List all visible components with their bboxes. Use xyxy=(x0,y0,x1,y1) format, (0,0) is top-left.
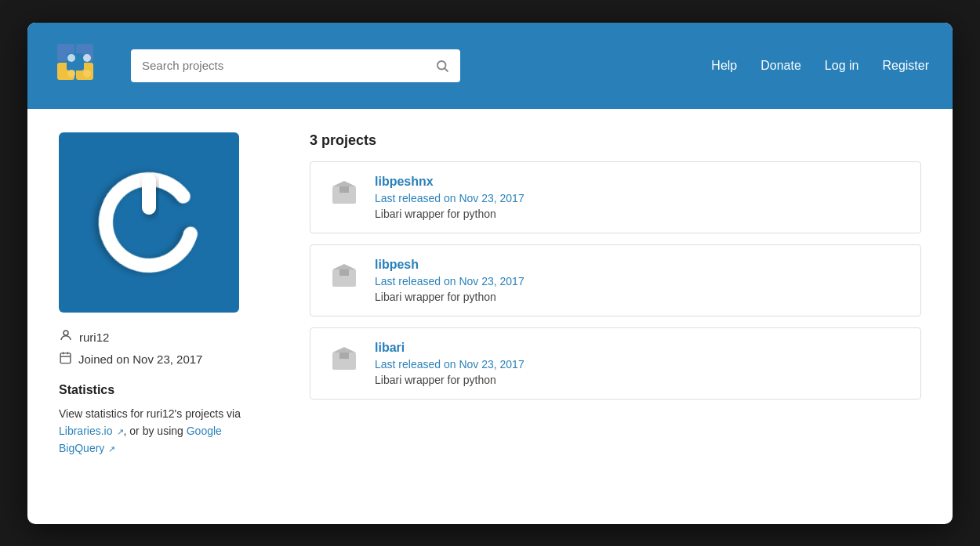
svg-point-5 xyxy=(67,54,75,62)
package-icon xyxy=(328,177,360,208)
package-icon xyxy=(328,343,360,374)
statistics-text: View statistics for ruri12's projects vi… xyxy=(59,405,270,457)
svg-line-10 xyxy=(445,68,448,71)
project-card[interactable]: libari Last released on Nov 23, 2017 Lib… xyxy=(310,327,921,400)
projects-area: 3 projects libpeshnx Last released on No… xyxy=(310,132,921,457)
project-thumb xyxy=(326,341,362,377)
main-content: ruri12 Joined on Nov 23, 2017 Statistics… xyxy=(27,109,953,481)
project-info: libpeshnx Last released on Nov 23, 2017 … xyxy=(375,175,905,220)
svg-point-9 xyxy=(437,61,446,70)
nav-donate[interactable]: Donate xyxy=(760,59,801,73)
svg-marker-24 xyxy=(332,347,356,353)
ext-icon-2: ↗ xyxy=(106,444,115,454)
svg-rect-11 xyxy=(142,174,156,215)
svg-marker-21 xyxy=(332,264,356,269)
nav-login[interactable]: Log in xyxy=(825,59,859,73)
main-nav: Help Donate Log in Register xyxy=(711,59,929,73)
svg-point-8 xyxy=(83,70,91,78)
join-info: Joined on Nov 23, 2017 xyxy=(59,351,270,367)
username-label: ruri12 xyxy=(79,331,109,344)
search-button[interactable] xyxy=(424,59,460,73)
project-card[interactable]: libpeshnx Last released on Nov 23, 2017 … xyxy=(310,161,921,233)
nav-help[interactable]: Help xyxy=(711,59,737,73)
projects-count: 3 projects xyxy=(310,132,921,149)
logo-area xyxy=(51,38,107,94)
join-date-label: Joined on Nov 23, 2017 xyxy=(78,353,202,366)
svg-rect-13 xyxy=(60,353,71,363)
project-name[interactable]: libari xyxy=(375,341,905,355)
search-icon xyxy=(435,59,449,73)
project-description: Libari wrapper for python xyxy=(375,208,905,220)
sidebar: ruri12 Joined on Nov 23, 2017 Statistics… xyxy=(59,132,270,457)
stats-mid: , or by using xyxy=(124,425,187,437)
search-box xyxy=(131,49,460,82)
power-icon xyxy=(86,160,212,285)
libraries-io-link[interactable]: Libraries.io xyxy=(59,425,112,437)
profile-image xyxy=(59,132,239,313)
project-info: libari Last released on Nov 23, 2017 Lib… xyxy=(375,341,905,386)
header: Help Donate Log in Register xyxy=(27,23,953,109)
svg-point-12 xyxy=(64,331,68,335)
statistics-heading: Statistics xyxy=(59,383,270,397)
svg-rect-22 xyxy=(339,269,349,276)
search-area xyxy=(131,49,460,82)
user-icon xyxy=(59,328,73,346)
svg-marker-18 xyxy=(332,181,356,186)
svg-point-6 xyxy=(83,54,91,62)
project-date: Last released on Nov 23, 2017 xyxy=(375,192,905,204)
projects-list: libpeshnx Last released on Nov 23, 2017 … xyxy=(310,161,921,400)
project-thumb xyxy=(326,175,362,211)
nav-register[interactable]: Register xyxy=(882,59,929,73)
project-date: Last released on Nov 23, 2017 xyxy=(375,275,905,287)
project-info: libpesh Last released on Nov 23, 2017 Li… xyxy=(375,258,905,303)
project-description: Libari wrapper for python xyxy=(375,374,905,386)
project-name[interactable]: libpesh xyxy=(375,258,905,272)
search-input[interactable] xyxy=(131,59,424,72)
svg-rect-25 xyxy=(339,353,349,359)
calendar-icon xyxy=(59,351,72,367)
project-thumb xyxy=(326,258,362,294)
svg-rect-19 xyxy=(339,186,349,193)
ext-icon-1: ↗ xyxy=(114,427,123,436)
project-description: Libari wrapper for python xyxy=(375,291,905,303)
statistics-section: Statistics View statistics for ruri12's … xyxy=(59,383,270,457)
svg-point-7 xyxy=(67,70,75,78)
project-card[interactable]: libpesh Last released on Nov 23, 2017 Li… xyxy=(310,244,921,316)
project-name[interactable]: libpeshnx xyxy=(375,175,905,189)
project-date: Last released on Nov 23, 2017 xyxy=(375,358,905,371)
browser-window: Help Donate Log in Register xyxy=(27,23,953,524)
package-icon xyxy=(328,260,360,291)
stats-prefix: View statistics for ruri12's projects vi… xyxy=(59,407,241,420)
site-logo xyxy=(51,38,107,94)
user-info: ruri12 xyxy=(59,328,270,346)
